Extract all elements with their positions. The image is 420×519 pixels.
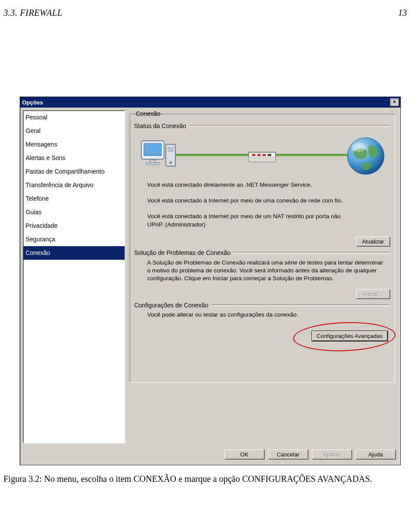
sidebar-item-label: Guias: [26, 209, 42, 216]
sidebar-item-label: Alertas e Sons: [26, 154, 66, 161]
svg-rect-12: [268, 154, 271, 156]
sidebar-item-mensagens[interactable]: Mensagens: [23, 138, 125, 151]
sidebar-item-label: Conexão: [26, 249, 50, 256]
config-text: Você pode alterar ou testar as configura…: [147, 311, 390, 318]
svg-rect-1: [144, 143, 161, 156]
start-troubleshoot-button[interactable]: Iniciar...: [356, 289, 390, 299]
sidebar-item-label: Geral: [26, 127, 41, 134]
svg-point-14: [352, 143, 366, 152]
status-graphic: [134, 134, 390, 178]
sidebar-item-label: Pessoal: [26, 114, 48, 121]
status-line-2: Você está conectado à Internet por meio …: [147, 197, 357, 205]
sidebar-item-label: Segurança: [26, 236, 56, 243]
svg-rect-8: [248, 157, 276, 162]
advanced-settings-button[interactable]: Configurações Avançadas: [312, 331, 388, 341]
sidebar-item-conexao[interactable]: Conexão: [23, 246, 125, 260]
sidebar-item-pastas[interactable]: Pastas de Compartilhamento: [23, 165, 125, 178]
config-legend: Configurações de Conexão: [134, 302, 209, 309]
close-button[interactable]: ×: [390, 98, 399, 106]
sidebar-item-pessoal[interactable]: Pessoal: [23, 111, 125, 124]
conexao-fieldset: Conexão Status da Conexão: [130, 110, 395, 383]
divider: [189, 125, 390, 127]
options-dialog: Opções × Pessoal Geral Mensagens Alertas…: [20, 97, 401, 465]
globe-icon: [346, 136, 386, 178]
status-legend: Status da Conexão: [134, 122, 186, 129]
content-panel: Conexão Status da Conexão: [125, 110, 398, 443]
sidebar-item-alertas[interactable]: Alertas e Sons: [23, 151, 125, 165]
sidebar: Pessoal Geral Mensagens Alertas e Sons P…: [23, 110, 125, 443]
ok-button[interactable]: OK: [224, 449, 265, 460]
close-icon: ×: [393, 99, 396, 105]
svg-rect-11: [262, 154, 266, 156]
sidebar-item-privacidade[interactable]: Privacidade: [23, 219, 125, 233]
config-group: Configurações de Conexão Você pode alter…: [134, 302, 390, 341]
status-group: Status da Conexão: [134, 122, 390, 247]
page-header: 3.3. FIREWALL 13: [0, 0, 420, 18]
svg-rect-3: [146, 163, 160, 165]
button-label: Atualizar: [362, 238, 384, 245]
sidebar-item-label: Privacidade: [26, 222, 58, 229]
sidebar-item-transferencia[interactable]: Transferência de Arquivo: [23, 178, 125, 192]
section-label: 3.3. FIREWALL: [4, 8, 63, 18]
troubleshoot-group: Solução de Problemas de Conexão A Soluçã…: [134, 249, 390, 299]
button-label: OK: [240, 451, 248, 458]
sidebar-item-seguranca[interactable]: Segurança: [23, 233, 125, 246]
cancel-button[interactable]: Cancelar: [268, 449, 308, 460]
sidebar-item-geral[interactable]: Geral: [23, 124, 125, 138]
status-text: Você está conectado diretamente ao .NET …: [147, 181, 390, 229]
svg-point-6: [169, 161, 172, 164]
apply-button[interactable]: Aplicar: [312, 449, 352, 460]
svg-rect-5: [168, 147, 174, 152]
help-button[interactable]: Ajuda: [356, 449, 396, 460]
page-number: 13: [398, 8, 407, 18]
sidebar-item-label: Telefone: [26, 195, 49, 202]
refresh-button[interactable]: Atualizar: [356, 237, 390, 247]
sidebar-item-label: Transferência de Arquivo: [26, 181, 94, 188]
button-label: Iniciar...: [363, 291, 383, 297]
button-label: Cancelar: [276, 451, 299, 458]
button-label: Aplicar: [323, 451, 341, 458]
sidebar-item-telefone[interactable]: Telefone: [23, 192, 125, 206]
svg-rect-9: [252, 154, 256, 156]
sidebar-item-label: Mensagens: [26, 141, 57, 148]
status-line-3: Você está conectado à Internet por meio …: [147, 212, 357, 228]
troubleshoot-legend: Solução de Problemas de Conexão: [134, 249, 231, 256]
button-label: Configurações Avançadas: [317, 333, 383, 339]
router-icon: [248, 150, 276, 166]
troubleshoot-text: A Solução de Problemas de Conexão realiz…: [147, 259, 384, 283]
sidebar-item-guias[interactable]: Guias: [23, 206, 125, 219]
footer-buttons: OK Cancelar Aplicar Ajuda: [20, 446, 400, 465]
button-label: Ajuda: [368, 451, 383, 458]
divider: [211, 304, 390, 306]
figure-caption: Figura 3.2: No menu, escolha o item CONE…: [0, 465, 420, 498]
titlebar: Opções ×: [20, 97, 400, 108]
dialog-title: Opções: [22, 99, 43, 106]
computer-icon: [139, 138, 178, 174]
sidebar-item-label: Pastas de Compartilhamento: [26, 168, 105, 175]
divider: [233, 252, 390, 254]
status-line-1: Você está conectado diretamente ao .NET …: [147, 181, 357, 189]
svg-rect-2: [150, 160, 155, 163]
svg-rect-10: [257, 154, 261, 156]
panel-title: Conexão: [134, 110, 162, 117]
